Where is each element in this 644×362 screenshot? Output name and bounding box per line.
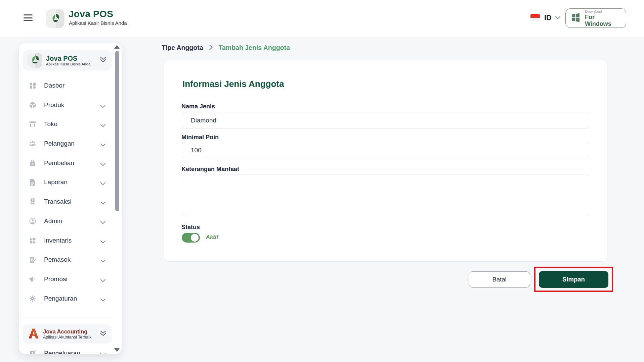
sidebar-item-transaksi[interactable]: $ Transaksi xyxy=(19,195,117,208)
sidebar-item-pembelian[interactable]: $ Pembelian xyxy=(19,156,117,170)
breadcrumb-current: Tambah Jenis Anggota xyxy=(219,44,290,52)
sidebar-item-produk[interactable]: Produk xyxy=(19,98,117,112)
dashboard-icon xyxy=(28,81,37,90)
sidebar-item-inventaris[interactable]: Inventaris xyxy=(19,234,117,247)
chevron-down-icon xyxy=(100,142,106,148)
sidebar-brand-card[interactable]: Jova POS Aplikasi Kasir Bisnis Anda xyxy=(23,50,112,70)
keterangan-manfaat-textarea[interactable] xyxy=(182,174,589,216)
sidebar-brand-tagline: Aplikasi Kasir Bisnis Anda xyxy=(46,62,90,66)
language-code: ID xyxy=(544,13,552,22)
keterangan-manfaat-label: Keterangan Manfaat xyxy=(181,166,239,173)
chevron-down-icon xyxy=(100,123,106,129)
svg-text:$: $ xyxy=(32,352,33,354)
sidebar-menu: Dasbor Produk Toko Pelanggan $ Pembelian xyxy=(19,79,117,311)
indonesia-flag-icon xyxy=(530,14,540,21)
download-eyebrow: Download xyxy=(585,9,621,14)
double-chevron-down-icon xyxy=(99,56,107,64)
sidebar: Jova POS Aplikasi Kasir Bisnis Anda Dasb… xyxy=(19,43,122,354)
sidebar-item-pemasok[interactable]: Pemasok xyxy=(19,253,117,266)
scrollbar-thumb[interactable] xyxy=(115,51,119,211)
cancel-button[interactable]: Batal xyxy=(469,271,530,288)
sidebar-brand-name: Jova POS xyxy=(46,55,90,62)
leaf-logo-icon xyxy=(50,12,61,25)
chevron-down-icon xyxy=(100,297,106,303)
sidebar-item-toko[interactable]: Toko xyxy=(19,117,117,131)
sidebar-item-pengeluaran[interactable]: $ Pengeluaran xyxy=(19,347,117,354)
leaf-logo-icon xyxy=(29,54,41,67)
inventory-icon xyxy=(28,236,37,245)
expense-icon: $ xyxy=(28,349,37,354)
chevron-down-icon xyxy=(100,352,106,354)
chevron-down-icon xyxy=(100,239,106,245)
sidebar-item-pelanggan[interactable]: Pelanggan xyxy=(19,137,117,150)
settings-icon xyxy=(28,294,37,303)
language-selector[interactable]: ID xyxy=(544,13,561,22)
customers-icon xyxy=(28,139,37,148)
form-title: Informasi Jenis Anggota xyxy=(182,79,284,89)
status-state-label: Aktif xyxy=(206,234,218,240)
hamburger-menu-icon[interactable] xyxy=(24,14,33,22)
chevron-down-icon xyxy=(100,278,106,284)
brand-tagline: Aplikasi Kasir Bisnis Anda xyxy=(69,20,127,26)
chevron-right-icon xyxy=(209,44,213,52)
brand-logo xyxy=(46,9,65,28)
toggle-knob xyxy=(191,234,199,242)
promotion-icon xyxy=(28,275,37,283)
sidebar-accounting-card[interactable]: Jova Accounting Aplikasi Akuntansi Terba… xyxy=(23,324,112,344)
chevron-down-icon xyxy=(555,15,561,21)
report-icon xyxy=(28,178,37,187)
member-type-form-card: Informasi Jenis Anggota Nama Jenis Minim… xyxy=(164,60,607,262)
minimal-poin-label: Minimal Poin xyxy=(181,134,219,141)
breadcrumb-parent[interactable]: Tipe Anggota xyxy=(162,44,203,52)
chevron-down-icon xyxy=(100,200,106,206)
purchase-icon: $ xyxy=(28,159,37,167)
product-icon xyxy=(28,101,37,109)
brand-name: Jova POS xyxy=(69,9,113,19)
status-toggle[interactable] xyxy=(182,233,200,243)
chevron-down-icon xyxy=(100,220,106,226)
download-for-windows-button[interactable]: Download For Windows xyxy=(565,8,626,28)
status-label: Status xyxy=(181,224,200,231)
scrollbar-up-arrow[interactable] xyxy=(114,45,120,49)
chevron-down-icon xyxy=(100,258,106,264)
svg-text:$: $ xyxy=(32,162,34,165)
accounting-tagline: Aplikasi Akuntansi Terbaik xyxy=(43,335,91,340)
transaction-icon: $ xyxy=(28,197,37,206)
sidebar-item-dasbor[interactable]: Dasbor xyxy=(19,79,117,92)
nama-jenis-label: Nama Jenis xyxy=(181,103,215,110)
sidebar-item-laporan[interactable]: Laporan xyxy=(19,175,117,189)
sidebar-item-admin[interactable]: Admin xyxy=(19,214,117,228)
supplier-icon xyxy=(28,255,37,264)
chevron-down-icon xyxy=(100,181,106,187)
minimal-poin-input[interactable] xyxy=(182,142,589,158)
nama-jenis-input[interactable] xyxy=(182,112,589,128)
download-label: For Windows xyxy=(585,14,621,27)
svg-text:$: $ xyxy=(32,199,33,202)
sidebar-item-pengaturan[interactable]: Pengaturan xyxy=(19,292,117,305)
chevron-down-icon xyxy=(100,104,106,110)
sidebar-item-promosi[interactable]: Promosi xyxy=(19,272,117,286)
top-header: Jova POS Aplikasi Kasir Bisnis Anda ID D… xyxy=(0,0,644,37)
accounting-name: Jova Accounting xyxy=(43,328,91,335)
scrollbar-down-arrow[interactable] xyxy=(114,348,120,352)
save-button[interactable]: Simpan xyxy=(539,271,608,288)
windows-logo-icon xyxy=(570,12,581,24)
sidebar-divider xyxy=(23,317,112,317)
chevron-down-icon xyxy=(100,162,106,168)
double-chevron-down-icon xyxy=(99,330,107,338)
app-root: Jova POS Aplikasi Kasir Bisnis Anda ID D… xyxy=(0,0,644,362)
sidebar-brand-logo xyxy=(28,53,42,68)
admin-icon xyxy=(28,217,37,225)
breadcrumb: Tipe Anggota Tambah Jenis Anggota xyxy=(162,44,290,52)
jova-accounting-logo-icon xyxy=(28,327,40,341)
annotation-highlight-box: Simpan xyxy=(534,267,613,292)
store-icon xyxy=(28,120,37,128)
